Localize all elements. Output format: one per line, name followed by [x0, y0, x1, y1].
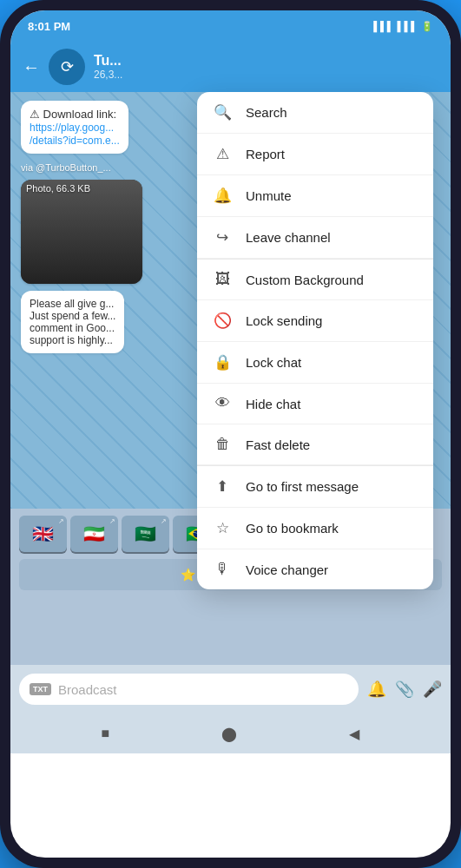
battery-icon: 🔋 [421, 21, 433, 32]
flag-sa[interactable]: 🇸🇦↗ [122, 516, 169, 552]
fast-delete-icon: 🗑 [213, 436, 232, 453]
flag-uk[interactable]: 🇬🇧↗ [19, 516, 67, 552]
home-icon: ⬤ [221, 726, 237, 742]
message-link: ⚠ Download link: https://play.goog.../de… [21, 101, 128, 154]
avatar-icon: ⟳ [61, 57, 74, 76]
status-time: 8:01 PM [28, 20, 70, 33]
chat-members: 26,3... [94, 69, 438, 81]
mic-icon[interactable]: 🎤 [423, 680, 442, 699]
bookmark-icon: ☆ [213, 519, 232, 537]
voice-icon: 🎙 [213, 561, 232, 578]
menu-label-first-msg: Go to first message [246, 479, 359, 494]
menu-item-lock-sending[interactable]: 🚫 Lock sending [197, 300, 433, 342]
chat-name: Tu... [94, 53, 438, 69]
message-link-url[interactable]: https://play.goog.../details?id=com.e... [30, 122, 120, 147]
menu-label-hide-chat: Hide chat [246, 397, 300, 411]
input-bar: TXT Broadcast 🔔 📎 🎤 [10, 665, 451, 713]
menu-item-unmute[interactable]: 🔔 Unmute [197, 175, 433, 217]
wifi-icon: ▌▌▌ [398, 21, 418, 31]
menu-item-search[interactable]: 🔍 Search [197, 92, 433, 134]
leave-icon: ↪ [213, 228, 232, 247]
back-icon: ◀ [349, 726, 359, 742]
flag-ir-icon: 🇮🇷 [83, 523, 105, 544]
first-msg-icon: ⬆ [213, 477, 232, 496]
attach-icon[interactable]: 📎 [395, 680, 414, 699]
lock-chat-icon: 🔒 [213, 353, 232, 372]
back-button[interactable]: ← [23, 57, 40, 77]
chat-avatar: ⟳ [49, 49, 85, 85]
search-icon: 🔍 [213, 103, 232, 122]
input-field[interactable]: TXT Broadcast [19, 674, 359, 705]
report-icon: ⚠ [213, 145, 232, 163]
menu-label-lock-chat: Lock chat [246, 355, 301, 370]
menu-label-search: Search [246, 105, 287, 120]
lock-sending-icon: 🚫 [213, 312, 232, 330]
text-message: Please all give g...Just spend a few...c… [21, 291, 124, 353]
photo-label: Photo, 66.3 KB [26, 183, 90, 194]
input-placeholder: Broadcast [58, 682, 348, 697]
menu-label-bookmark: Go to bookmark [246, 521, 339, 536]
menu-label-lock-sending: Lock sending [246, 313, 322, 328]
flag-sa-icon: 🇸🇦 [135, 523, 156, 544]
signal-icon: ▌▌▌ [373, 21, 393, 31]
menu-item-bookmark[interactable]: ☆ Go to bookmark [197, 508, 433, 549]
menu-label-custom-bg: Custom Background [246, 273, 364, 287]
hide-chat-icon: 👁 [213, 395, 232, 412]
txt-icon: TXT [30, 683, 51, 695]
photo-message: Photo, 66.3 KB [21, 180, 142, 284]
menu-label-leave: Leave channel [246, 230, 331, 245]
menu-item-hide-chat[interactable]: 👁 Hide chat [197, 384, 433, 424]
menu-item-custom-bg[interactable]: 🖼 Custom Background [197, 260, 433, 300]
menu-label-fast-delete: Fast delete [246, 437, 310, 452]
custom-bg-icon: 🖼 [213, 271, 232, 288]
nav-bar: ■ ⬤ ◀ [10, 713, 451, 753]
phone-frame: 8:01 PM ▌▌▌ ▌▌▌ 🔋 ← ⟳ Tu... 26,3... ⚠ [0, 0, 461, 868]
flag-uk-icon: 🇬🇧 [32, 523, 54, 544]
status-bar: 8:01 PM ▌▌▌ ▌▌▌ 🔋 [10, 10, 451, 42]
photo-gradient [21, 180, 142, 284]
menu-label-voice: Voice changer [246, 562, 328, 577]
menu-item-lock-chat[interactable]: 🔒 Lock chat [197, 342, 433, 384]
message-link-text: ⚠ Download link: [30, 108, 120, 121]
menu-item-fast-delete[interactable]: 🗑 Fast delete [197, 424, 433, 465]
status-icons: ▌▌▌ ▌▌▌ 🔋 [373, 21, 433, 32]
flag-ir[interactable]: 🇮🇷↗ [70, 516, 118, 552]
menu-label-unmute: Unmute [246, 188, 292, 203]
chat-info: Tu... 26,3... [94, 53, 438, 81]
menu-item-leave[interactable]: ↪ Leave channel [197, 217, 433, 259]
bell-icon[interactable]: 🔔 [367, 680, 386, 699]
menu-item-voice[interactable]: 🎙 Voice changer [197, 549, 433, 589]
menu-label-report: Report [246, 147, 285, 161]
menu-item-report[interactable]: ⚠ Report [197, 134, 433, 175]
unmute-icon: 🔔 [213, 187, 232, 205]
menu-item-first-msg[interactable]: ⬆ Go to first message [197, 466, 433, 508]
stop-icon: ■ [102, 726, 110, 741]
phone-screen: 8:01 PM ▌▌▌ ▌▌▌ 🔋 ← ⟳ Tu... 26,3... ⚠ [10, 10, 451, 858]
chat-header: ← ⟳ Tu... 26,3... [10, 42, 451, 92]
context-menu: 🔍 Search ⚠ Report 🔔 Unmute ↪ Leave chann… [197, 92, 433, 589]
